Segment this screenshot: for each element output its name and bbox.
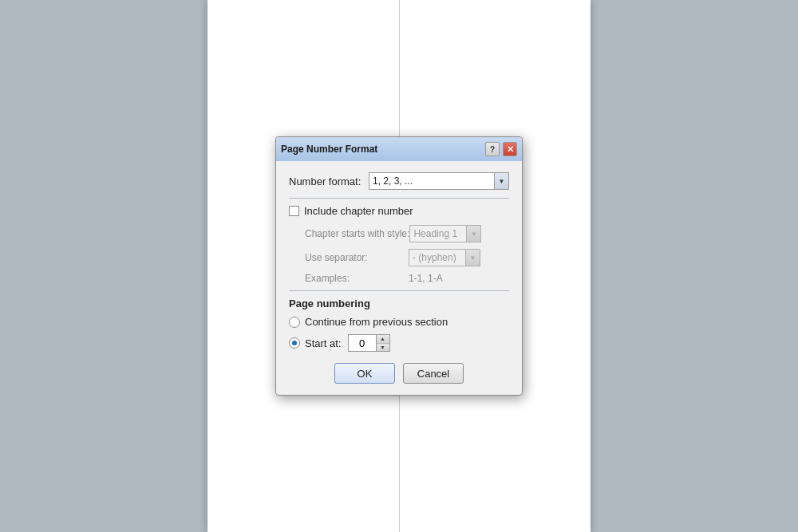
separator-dropdown: - (hyphen) ▼ (409, 249, 480, 266)
spinner-buttons: ▲ ▼ (377, 334, 390, 352)
divider-1 (289, 198, 509, 199)
include-chapter-checkbox[interactable] (289, 206, 299, 216)
start-at-radio-label: Start at: (305, 337, 342, 349)
number-format-dropdown[interactable]: 1, 2, 3, ... ▼ (369, 172, 509, 190)
cancel-button[interactable]: Cancel (403, 363, 464, 384)
examples-label: Examples: (305, 273, 409, 284)
separator-value: - (hyphen) (409, 252, 465, 263)
separator-row: Use separator: - (hyphen) ▼ (305, 249, 509, 266)
start-at-radio[interactable] (289, 337, 300, 349)
ok-button[interactable]: OK (334, 363, 395, 384)
examples-value: 1-1, 1-A (409, 273, 443, 284)
number-format-value: 1, 2, 3, ... (369, 175, 494, 187)
dialog-title: Page Number Format (281, 144, 377, 155)
chapter-options: Chapter starts with style: Heading 1 ▼ U… (305, 225, 509, 284)
separator-arrow: ▼ (465, 250, 480, 266)
number-format-label: Number format: (289, 175, 369, 187)
help-button[interactable]: ? (485, 142, 500, 156)
dialog-body: Number format: 1, 2, 3, ... ▼ Include ch… (276, 161, 522, 395)
page-number-format-dialog: Page Number Format ? ✕ Number format: 1,… (275, 136, 523, 396)
separator-label: Use separator: (305, 252, 409, 263)
number-format-row: Number format: 1, 2, 3, ... ▼ (289, 172, 509, 190)
start-at-spinner[interactable]: 0 ▲ ▼ (348, 334, 390, 352)
chapter-style-label: Chapter starts with style: (305, 228, 409, 239)
chapter-style-arrow: ▼ (466, 226, 480, 242)
chapter-style-dropdown: Heading 1 ▼ (409, 225, 481, 242)
chapter-style-value: Heading 1 (410, 228, 466, 239)
include-chapter-row[interactable]: Include chapter number (289, 205, 509, 217)
page-numbering-section: Page numbering Continue from previous se… (289, 298, 509, 352)
continue-radio-row[interactable]: Continue from previous section (289, 316, 509, 328)
spinner-up-button[interactable]: ▲ (377, 335, 389, 344)
dialog-title-bar: Page Number Format ? ✕ (276, 137, 522, 161)
continue-radio-label: Continue from previous section (305, 316, 448, 328)
close-button[interactable]: ✕ (503, 142, 517, 156)
title-buttons: ? ✕ (485, 142, 517, 156)
number-format-arrow[interactable]: ▼ (494, 173, 508, 189)
page-numbering-heading: Page numbering (289, 298, 509, 309)
spinner-down-button[interactable]: ▼ (377, 344, 389, 352)
chapter-style-row: Chapter starts with style: Heading 1 ▼ (305, 225, 509, 242)
continue-radio[interactable] (289, 317, 300, 328)
start-at-input[interactable]: 0 (348, 334, 377, 352)
start-at-radio-row[interactable]: Start at: 0 ▲ ▼ (289, 334, 509, 352)
dialog-overlay: Page Number Format ? ✕ Number format: 1,… (0, 0, 798, 532)
button-row: OK Cancel (289, 363, 509, 384)
divider-2 (289, 290, 509, 291)
include-chapter-label: Include chapter number (304, 205, 413, 217)
examples-row: Examples: 1-1, 1-A (305, 273, 509, 284)
